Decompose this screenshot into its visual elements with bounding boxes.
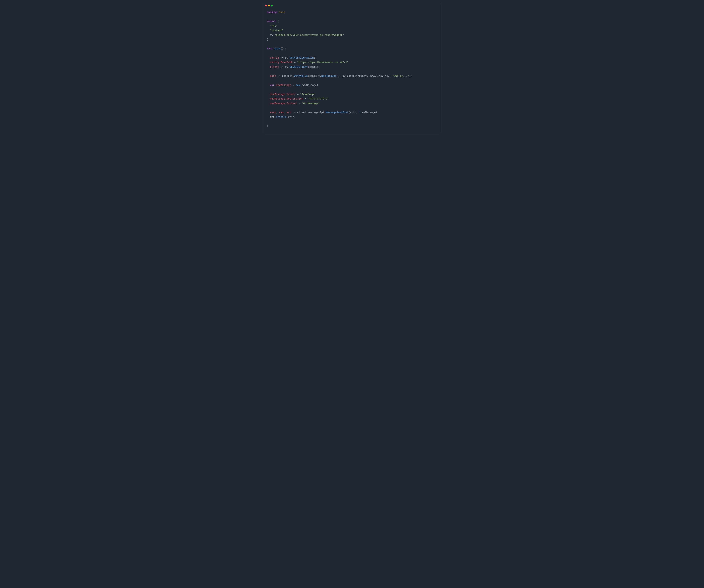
func-main: main <box>275 47 281 50</box>
call-withvalue: WithValue <box>294 74 308 77</box>
func-rest: () { <box>281 47 287 50</box>
brace-close: } <box>267 125 269 127</box>
assign: := <box>279 56 285 59</box>
eq: = <box>296 93 300 96</box>
call-background: Background <box>321 74 336 77</box>
var-resp: resp <box>270 111 276 114</box>
newmessage-sender: newMessage.Sender <box>270 93 296 96</box>
window-titlebar <box>263 3 441 7</box>
pkg-sw: sw. <box>285 65 290 68</box>
comma: , <box>276 111 279 114</box>
string-import-path: "github.com/your-account/your-go-repo/sw… <box>275 34 344 36</box>
keyword-var: var <box>270 83 275 86</box>
eq: = <box>303 97 308 100</box>
eq: = <box>297 102 302 105</box>
close: }) <box>409 74 412 77</box>
arg: (sw.Message) <box>300 83 318 86</box>
string-sender: "AcmeCorp" <box>300 93 315 96</box>
string-destination: "447777777777" <box>308 97 329 100</box>
deref-star: * <box>359 111 361 114</box>
open: (auth, <box>349 111 359 114</box>
assign: := <box>291 111 297 114</box>
newmessage-content: newMessage.Content <box>270 102 297 105</box>
string-jwt: "JWT ey..." <box>393 74 409 77</box>
builtin-new: new <box>296 83 300 86</box>
parens: () <box>314 56 317 59</box>
var-raw: raw <box>279 111 283 114</box>
newmessage-destination: newMessage.Destination <box>270 97 303 100</box>
var-err: err <box>287 111 291 114</box>
keyword-func: func <box>267 47 273 50</box>
comma: , <box>284 111 287 114</box>
arg: (config) <box>308 65 320 68</box>
mid: (), sw.ContextAPIKey, sw.APIKey{Key: <box>336 74 392 77</box>
keyword-import: import <box>267 20 276 23</box>
call-newapiclient: NewAPIClient <box>290 65 308 68</box>
call-newconfiguration: NewConfiguration <box>290 56 314 59</box>
var-client: client <box>270 65 279 68</box>
ident-main: main <box>279 11 285 13</box>
close-icon[interactable] <box>265 5 267 6</box>
eq: = <box>293 61 297 64</box>
string-fmt: "fmt" <box>270 24 278 27</box>
client-messagesapi: client.MessagesApi. <box>297 111 326 114</box>
eq: = <box>291 83 296 86</box>
call-println: Println <box>276 116 287 118</box>
var-auth: auth <box>270 74 276 77</box>
config-basepath: config.BasePath <box>270 61 293 64</box>
call-messagesendpost: MessageSendPost <box>326 111 349 114</box>
pkg-fmt: fmt. <box>270 116 276 118</box>
string-content: "Go Message" <box>302 102 320 105</box>
paren: ( <box>276 20 279 23</box>
pkg-sw: sw. <box>285 56 290 59</box>
arg-newmessage: newMessage) <box>361 111 377 114</box>
maximize-icon[interactable] <box>271 5 273 6</box>
code-window: package main import ( "fmt" "context" sw… <box>263 3 441 134</box>
alias-sw: sw <box>270 34 275 36</box>
arg: (resp) <box>287 116 296 118</box>
assign: := <box>276 74 282 77</box>
open: (context. <box>308 74 321 77</box>
var-newmessage: newMessage <box>275 83 291 86</box>
string-basepath: "https://api.thesmsworks.co.uk/v1" <box>297 61 349 64</box>
code-block: package main import ( "fmt" "context" sw… <box>263 7 441 134</box>
pkg-context: context. <box>282 74 294 77</box>
assign: := <box>279 65 285 68</box>
keyword-package: package <box>267 11 278 13</box>
string-context: "context" <box>270 29 284 32</box>
paren-close: ) <box>267 38 269 41</box>
var-config: config <box>270 56 279 59</box>
minimize-icon[interactable] <box>268 5 270 6</box>
